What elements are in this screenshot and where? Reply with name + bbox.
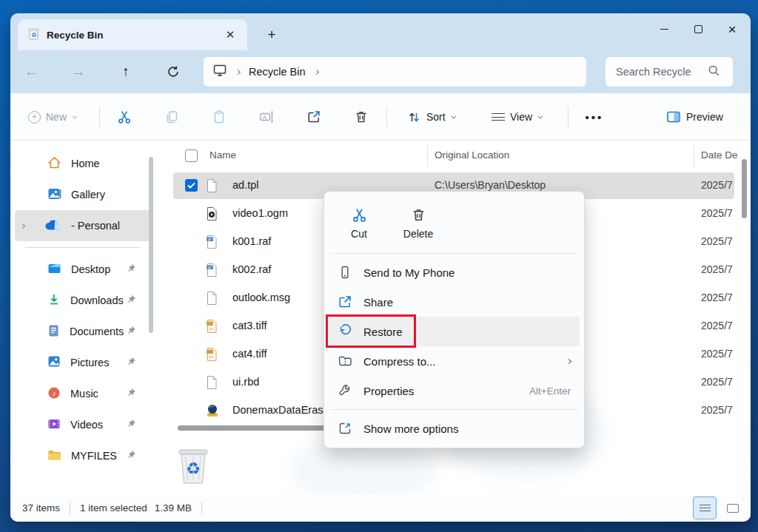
sidebar-item-downloads[interactable]: Downloads xyxy=(15,285,151,316)
sidebar-item-desktop[interactable]: Desktop xyxy=(15,254,151,285)
file-name: k001.raf xyxy=(232,235,271,247)
up-button[interactable]: ↑ xyxy=(113,58,139,85)
forward-button[interactable]: → xyxy=(65,58,92,85)
breadcrumb-chevron-icon[interactable] xyxy=(314,69,319,74)
context-cut-button[interactable]: Cut xyxy=(335,201,383,246)
desktop-icon xyxy=(47,263,61,277)
tiff-file-icon xyxy=(206,347,218,365)
paste-button[interactable] xyxy=(205,104,233,130)
minimize-icon xyxy=(660,29,668,30)
breadcrumb-chevron-icon xyxy=(235,69,241,74)
sidebar-scrollbar[interactable] xyxy=(149,157,153,333)
maximize-button[interactable] xyxy=(681,16,715,41)
large-icons-view-icon xyxy=(727,504,739,513)
menu-item-send-to-my-phone[interactable]: Send to My Phone xyxy=(329,257,580,287)
row-checkbox-checked[interactable] xyxy=(185,179,198,192)
videos-icon xyxy=(47,418,61,432)
new-tab-button[interactable]: + xyxy=(261,24,283,46)
sidebar-item-label: Desktop xyxy=(71,263,110,275)
view-label: View xyxy=(510,111,532,123)
new-button[interactable]: + New xyxy=(22,104,81,130)
navigation-pane: Home Gallery - Personal Desktop Download… xyxy=(10,141,155,494)
sort-icon xyxy=(407,110,421,124)
file-date-deleted: 2025/7 xyxy=(701,348,747,360)
onedrive-icon xyxy=(44,219,61,233)
raf-file-icon xyxy=(206,263,218,280)
back-button[interactable]: ← xyxy=(18,58,44,85)
documents-icon xyxy=(47,324,60,340)
tab-close-icon[interactable]: ✕ xyxy=(221,25,240,44)
menu-item-share[interactable]: Share xyxy=(329,287,580,317)
phone-icon xyxy=(338,265,352,280)
share-button[interactable] xyxy=(300,104,328,130)
refresh-button[interactable] xyxy=(160,58,187,85)
preview-button[interactable]: Preview xyxy=(660,104,729,130)
sidebar-item-onedrive-personal[interactable]: - Personal xyxy=(15,210,151,241)
search-box[interactable] xyxy=(606,57,733,87)
menu-item-label: Compress to... xyxy=(363,355,436,368)
close-icon: × xyxy=(728,22,736,36)
tiff-file-icon xyxy=(206,319,218,337)
expand-chevron-icon[interactable] xyxy=(20,223,25,228)
rename-button[interactable]: A xyxy=(252,104,281,130)
menu-item-label: Restore xyxy=(363,326,403,338)
paste-icon xyxy=(212,110,227,124)
sidebar-item-label: Music xyxy=(70,388,98,400)
sidebar-item-documents[interactable]: Documents xyxy=(15,316,151,347)
details-view-button[interactable] xyxy=(693,496,717,519)
cut-icon xyxy=(352,207,367,223)
selection-count: 1 item selected xyxy=(80,502,147,514)
chevron-down-icon xyxy=(72,113,77,118)
copy-button[interactable] xyxy=(158,104,186,130)
cut-button[interactable] xyxy=(110,104,138,130)
this-pc-icon[interactable] xyxy=(212,64,227,80)
menu-item-show-more-options[interactable]: Show more options xyxy=(329,414,580,443)
column-header-name[interactable]: Name xyxy=(209,149,236,161)
delete-button[interactable] xyxy=(347,104,375,130)
title-bar: ♻ Recycle Bin ✕ + × xyxy=(10,13,751,50)
menu-item-restore[interactable]: Restore xyxy=(329,317,580,346)
vertical-scrollbar[interactable] xyxy=(742,159,747,218)
file-explorer-window: ♻ Recycle Bin ✕ + × ← → ↑ Recycle Bin xyxy=(10,13,751,522)
sort-button[interactable]: Sort xyxy=(401,104,460,130)
column-header-date-deleted[interactable]: Date De xyxy=(701,149,738,161)
large-icons-view-button[interactable] xyxy=(721,496,745,519)
search-input[interactable] xyxy=(616,66,708,78)
column-header-original-location[interactable]: Original Location xyxy=(435,149,509,161)
breadcrumb-location[interactable]: Recycle Bin xyxy=(249,66,306,78)
preview-label: Preview xyxy=(686,111,723,123)
ellipsis-icon: ••• xyxy=(586,111,604,124)
delete-label: Delete xyxy=(403,228,433,240)
context-delete-button[interactable]: Delete xyxy=(394,201,443,246)
pin-icon xyxy=(127,419,136,431)
view-button[interactable]: View xyxy=(486,104,547,130)
file-date-deleted: 2025/7 xyxy=(701,376,747,388)
search-icon[interactable] xyxy=(708,64,720,80)
tab-recycle-bin[interactable]: ♻ Recycle Bin ✕ xyxy=(18,19,247,50)
file-name: cat4.tiff xyxy=(232,348,266,360)
close-button[interactable]: × xyxy=(715,16,749,41)
chevron-down-icon xyxy=(451,113,456,118)
sidebar-item-music[interactable]: ♪ Music xyxy=(15,378,151,409)
properties-icon xyxy=(338,383,352,398)
pin-icon xyxy=(127,294,136,306)
maximize-icon xyxy=(694,25,702,33)
sidebar-item-gallery[interactable]: Gallery xyxy=(15,179,151,210)
minimize-button[interactable] xyxy=(647,16,681,41)
sidebar-item-videos[interactable]: Videos xyxy=(15,409,151,440)
sidebar-item-home[interactable]: Home xyxy=(15,148,151,179)
compress-icon xyxy=(338,354,352,368)
share-icon xyxy=(306,110,321,124)
pin-icon xyxy=(127,450,136,462)
menu-item-compress-to[interactable]: Compress to... xyxy=(329,346,580,376)
sidebar-item-pictures[interactable]: Pictures xyxy=(15,347,151,378)
select-all-checkbox[interactable] xyxy=(185,149,198,162)
see-more-button[interactable]: ••• xyxy=(579,104,610,130)
status-divider xyxy=(201,502,202,515)
menu-item-properties[interactable]: Properties Alt+Enter xyxy=(329,376,580,405)
restore-icon xyxy=(338,324,352,339)
address-bar[interactable]: Recycle Bin xyxy=(204,57,586,87)
sidebar-item-myfiles[interactable]: MYFILES xyxy=(15,440,151,471)
file-date-deleted: 2025/7 xyxy=(701,263,747,275)
preview-icon xyxy=(666,110,681,124)
